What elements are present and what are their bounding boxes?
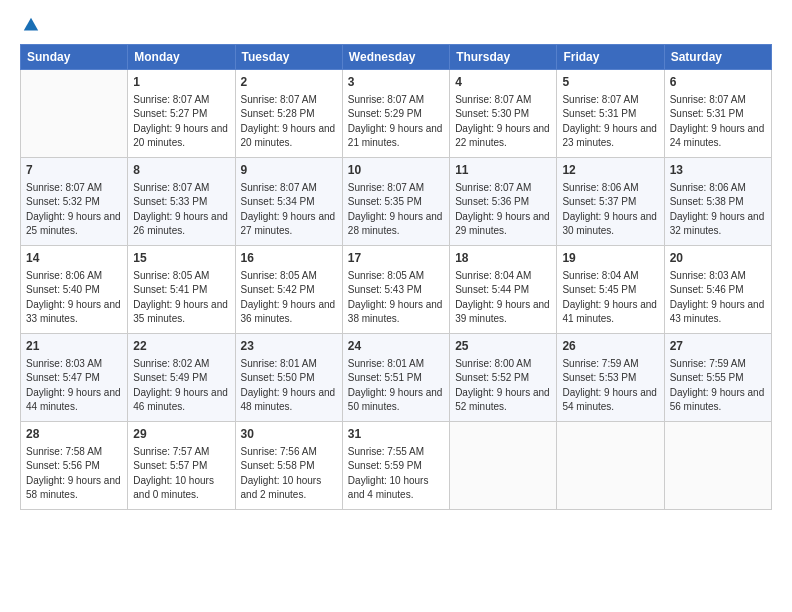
day-detail: Sunrise: 8:03 AMSunset: 5:47 PMDaylight:… [26,357,122,415]
day-number: 22 [133,338,229,355]
cell-2-0: 14Sunrise: 8:06 AMSunset: 5:40 PMDayligh… [21,246,128,334]
header-sunday: Sunday [21,45,128,70]
header-friday: Friday [557,45,664,70]
day-detail: Sunrise: 7:59 AMSunset: 5:55 PMDaylight:… [670,357,766,415]
day-detail: Sunrise: 8:05 AMSunset: 5:42 PMDaylight:… [241,269,337,327]
cell-0-6: 6Sunrise: 8:07 AMSunset: 5:31 PMDaylight… [664,70,771,158]
header-tuesday: Tuesday [235,45,342,70]
day-number: 21 [26,338,122,355]
day-detail: Sunrise: 8:01 AMSunset: 5:50 PMDaylight:… [241,357,337,415]
week-row-2: 7Sunrise: 8:07 AMSunset: 5:32 PMDaylight… [21,158,772,246]
cell-1-1: 8Sunrise: 8:07 AMSunset: 5:33 PMDaylight… [128,158,235,246]
day-number: 10 [348,162,444,179]
calendar-page: Sunday Monday Tuesday Wednesday Thursday… [0,0,792,612]
cell-3-3: 24Sunrise: 8:01 AMSunset: 5:51 PMDayligh… [342,334,449,422]
cell-0-2: 2Sunrise: 8:07 AMSunset: 5:28 PMDaylight… [235,70,342,158]
cell-1-6: 13Sunrise: 8:06 AMSunset: 5:38 PMDayligh… [664,158,771,246]
day-detail: Sunrise: 7:58 AMSunset: 5:56 PMDaylight:… [26,445,122,503]
day-detail: Sunrise: 8:02 AMSunset: 5:49 PMDaylight:… [133,357,229,415]
cell-2-2: 16Sunrise: 8:05 AMSunset: 5:42 PMDayligh… [235,246,342,334]
day-detail: Sunrise: 8:07 AMSunset: 5:36 PMDaylight:… [455,181,551,239]
day-number: 19 [562,250,658,267]
day-detail: Sunrise: 8:06 AMSunset: 5:40 PMDaylight:… [26,269,122,327]
day-number: 5 [562,74,658,91]
day-detail: Sunrise: 8:04 AMSunset: 5:45 PMDaylight:… [562,269,658,327]
svg-marker-0 [24,18,38,31]
cell-2-6: 20Sunrise: 8:03 AMSunset: 5:46 PMDayligh… [664,246,771,334]
day-number: 26 [562,338,658,355]
day-number: 23 [241,338,337,355]
cell-4-1: 29Sunrise: 7:57 AMSunset: 5:57 PMDayligh… [128,422,235,510]
day-number: 27 [670,338,766,355]
cell-4-0: 28Sunrise: 7:58 AMSunset: 5:56 PMDayligh… [21,422,128,510]
cell-0-0 [21,70,128,158]
day-number: 30 [241,426,337,443]
cell-2-4: 18Sunrise: 8:04 AMSunset: 5:44 PMDayligh… [450,246,557,334]
day-number: 11 [455,162,551,179]
day-number: 15 [133,250,229,267]
day-number: 28 [26,426,122,443]
day-detail: Sunrise: 8:03 AMSunset: 5:46 PMDaylight:… [670,269,766,327]
day-detail: Sunrise: 8:07 AMSunset: 5:32 PMDaylight:… [26,181,122,239]
day-detail: Sunrise: 8:06 AMSunset: 5:37 PMDaylight:… [562,181,658,239]
cell-3-6: 27Sunrise: 7:59 AMSunset: 5:55 PMDayligh… [664,334,771,422]
cell-2-1: 15Sunrise: 8:05 AMSunset: 5:41 PMDayligh… [128,246,235,334]
day-number: 6 [670,74,766,91]
day-number: 31 [348,426,444,443]
cell-4-6 [664,422,771,510]
cell-3-5: 26Sunrise: 7:59 AMSunset: 5:53 PMDayligh… [557,334,664,422]
calendar-table: Sunday Monday Tuesday Wednesday Thursday… [20,44,772,510]
day-detail: Sunrise: 8:07 AMSunset: 5:31 PMDaylight:… [562,93,658,151]
day-number: 9 [241,162,337,179]
week-row-4: 21Sunrise: 8:03 AMSunset: 5:47 PMDayligh… [21,334,772,422]
page-header [20,16,772,34]
cell-3-2: 23Sunrise: 8:01 AMSunset: 5:50 PMDayligh… [235,334,342,422]
day-detail: Sunrise: 7:56 AMSunset: 5:58 PMDaylight:… [241,445,337,503]
week-row-3: 14Sunrise: 8:06 AMSunset: 5:40 PMDayligh… [21,246,772,334]
header-saturday: Saturday [664,45,771,70]
day-detail: Sunrise: 8:07 AMSunset: 5:27 PMDaylight:… [133,93,229,151]
cell-3-1: 22Sunrise: 8:02 AMSunset: 5:49 PMDayligh… [128,334,235,422]
logo-icon [22,16,40,34]
day-detail: Sunrise: 7:57 AMSunset: 5:57 PMDaylight:… [133,445,229,503]
day-number: 29 [133,426,229,443]
day-number: 8 [133,162,229,179]
cell-1-4: 11Sunrise: 8:07 AMSunset: 5:36 PMDayligh… [450,158,557,246]
cell-4-5 [557,422,664,510]
cell-4-2: 30Sunrise: 7:56 AMSunset: 5:58 PMDayligh… [235,422,342,510]
day-number: 25 [455,338,551,355]
day-detail: Sunrise: 8:01 AMSunset: 5:51 PMDaylight:… [348,357,444,415]
day-number: 7 [26,162,122,179]
day-number: 24 [348,338,444,355]
day-detail: Sunrise: 8:06 AMSunset: 5:38 PMDaylight:… [670,181,766,239]
cell-2-5: 19Sunrise: 8:04 AMSunset: 5:45 PMDayligh… [557,246,664,334]
day-number: 17 [348,250,444,267]
cell-4-4 [450,422,557,510]
cell-0-5: 5Sunrise: 8:07 AMSunset: 5:31 PMDaylight… [557,70,664,158]
day-detail: Sunrise: 8:07 AMSunset: 5:31 PMDaylight:… [670,93,766,151]
day-number: 3 [348,74,444,91]
cell-0-3: 3Sunrise: 8:07 AMSunset: 5:29 PMDaylight… [342,70,449,158]
cell-2-3: 17Sunrise: 8:05 AMSunset: 5:43 PMDayligh… [342,246,449,334]
header-thursday: Thursday [450,45,557,70]
logo [20,16,40,34]
cell-4-3: 31Sunrise: 7:55 AMSunset: 5:59 PMDayligh… [342,422,449,510]
day-detail: Sunrise: 8:07 AMSunset: 5:35 PMDaylight:… [348,181,444,239]
cell-3-0: 21Sunrise: 8:03 AMSunset: 5:47 PMDayligh… [21,334,128,422]
cell-1-3: 10Sunrise: 8:07 AMSunset: 5:35 PMDayligh… [342,158,449,246]
day-detail: Sunrise: 8:05 AMSunset: 5:43 PMDaylight:… [348,269,444,327]
cell-1-2: 9Sunrise: 8:07 AMSunset: 5:34 PMDaylight… [235,158,342,246]
day-number: 12 [562,162,658,179]
day-number: 14 [26,250,122,267]
cell-3-4: 25Sunrise: 8:00 AMSunset: 5:52 PMDayligh… [450,334,557,422]
day-number: 2 [241,74,337,91]
cell-1-0: 7Sunrise: 8:07 AMSunset: 5:32 PMDaylight… [21,158,128,246]
day-detail: Sunrise: 8:07 AMSunset: 5:28 PMDaylight:… [241,93,337,151]
day-number: 16 [241,250,337,267]
day-detail: Sunrise: 8:07 AMSunset: 5:29 PMDaylight:… [348,93,444,151]
day-detail: Sunrise: 7:59 AMSunset: 5:53 PMDaylight:… [562,357,658,415]
cell-1-5: 12Sunrise: 8:06 AMSunset: 5:37 PMDayligh… [557,158,664,246]
day-detail: Sunrise: 8:07 AMSunset: 5:30 PMDaylight:… [455,93,551,151]
day-number: 18 [455,250,551,267]
header-wednesday: Wednesday [342,45,449,70]
